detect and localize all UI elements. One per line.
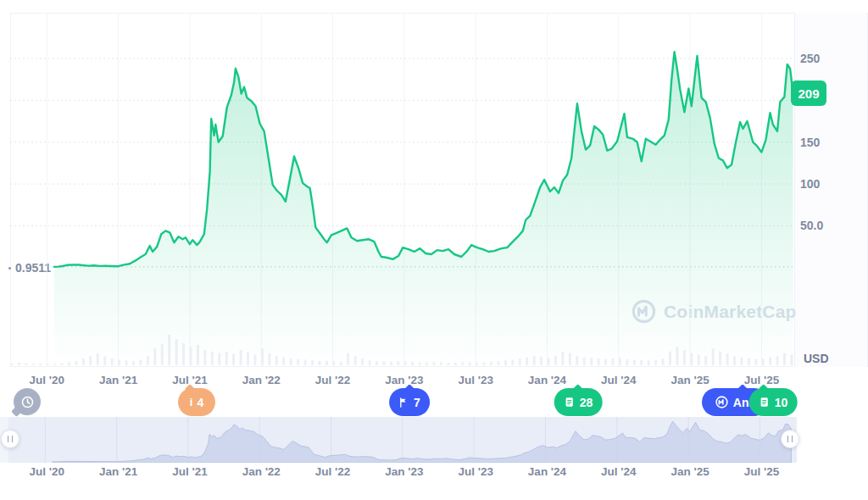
price-chart-plot[interactable]	[0, 0, 868, 373]
navigator-minichart[interactable]	[0, 417, 868, 463]
x-axis-tick-label: Jul '24	[601, 465, 636, 478]
x-axis-tick-label: Jan '25	[670, 465, 709, 478]
navigator-right-handle[interactable]	[781, 430, 799, 448]
x-axis-tick-label: Jan '24	[528, 465, 566, 478]
doc-icon	[564, 396, 576, 408]
x-axis-tick-label: Jul '21	[172, 465, 207, 478]
x-axis-tick-label: Jul '25	[744, 465, 779, 478]
events-badge[interactable]: i4	[178, 388, 215, 416]
badge-count-label: 10	[775, 396, 788, 409]
x-axis-tick-label: Jan '24	[528, 374, 566, 386]
x-axis-tick-label: Jan '25	[670, 374, 709, 386]
history-badge[interactable]	[14, 388, 41, 415]
price-chart-page: { "theme": { "accent_green": "#16c784", …	[0, 0, 868, 500]
x-axis-tick-label: Jul '24	[601, 374, 636, 386]
badge-count-label: 28	[580, 396, 593, 409]
current-price-badge: 209	[791, 81, 826, 106]
badge-count-label: 4	[197, 396, 203, 409]
x-axis-tick-label: Jul '23	[458, 374, 492, 386]
x-axis-tick-label: Jul '22	[315, 374, 350, 386]
x-axis-tick-label: Jan '23	[385, 374, 423, 386]
x-axis-tick-label: Jan '23	[385, 465, 423, 478]
doc-icon	[759, 396, 771, 408]
flag-icon	[398, 397, 409, 408]
x-axis-tick-label: Jan '22	[242, 465, 281, 478]
x-axis-tick-label: Jul '23	[458, 465, 492, 478]
navigator-area	[53, 421, 792, 463]
news-badge[interactable]: 28	[554, 388, 603, 416]
x-axis-tick-label: Jan '21	[99, 374, 137, 386]
clock-history-icon	[20, 395, 35, 409]
x-axis-tick-label: Jul '20	[30, 465, 64, 478]
badge-count-label: 7	[414, 396, 420, 409]
badge-pointer-tail	[573, 384, 584, 395]
news-2-badge[interactable]: 10	[749, 388, 798, 416]
x-axis-tick-label: Jan '22	[242, 374, 281, 386]
navigator-left-handle[interactable]	[1, 430, 19, 448]
flags-badge[interactable]: 7	[389, 388, 430, 416]
x-axis-tick-label: Jan '21	[99, 465, 137, 478]
x-axis-tick-label: Jul '20	[30, 374, 64, 386]
info-icon: i	[190, 397, 193, 408]
cmc-icon	[715, 395, 729, 409]
x-axis-tick-label: Jul '22	[315, 465, 350, 478]
